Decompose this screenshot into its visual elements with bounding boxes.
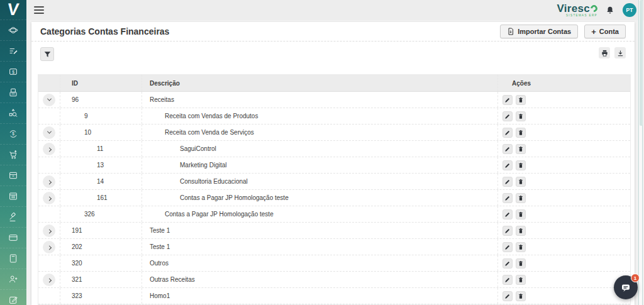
table-row: 13 Marketing Digital	[38, 157, 630, 174]
edit-button[interactable]	[502, 177, 513, 187]
pencil-icon	[504, 293, 511, 299]
expand-toggle-button[interactable]	[43, 274, 55, 286]
toggle-cell	[38, 206, 60, 222]
table-row: 321 Outras Receitas	[38, 272, 630, 288]
import-file-icon	[507, 28, 514, 35]
delete-button[interactable]	[516, 95, 526, 105]
row-actions	[498, 174, 630, 189]
delete-button[interactable]	[516, 209, 526, 219]
sidebar-item-cart[interactable]	[0, 144, 26, 165]
user-add-icon	[8, 274, 18, 284]
delete-button[interactable]	[516, 291, 526, 301]
sidebar-item-edit-square[interactable]	[0, 289, 26, 305]
sidebar-item-gavel[interactable]	[0, 206, 26, 227]
content-card: Categorias Contas Financeiras Importar C…	[31, 22, 635, 305]
delete-button[interactable]	[516, 226, 526, 236]
delete-button[interactable]	[516, 160, 526, 170]
sidebar-item-edit-list[interactable]	[0, 40, 26, 61]
delete-button[interactable]	[516, 128, 526, 138]
edit-button[interactable]	[502, 226, 513, 236]
expand-toggle-button[interactable]	[43, 225, 55, 237]
sidebar-item-money-sync[interactable]: $	[0, 123, 26, 144]
filter-button[interactable]	[40, 47, 54, 61]
collapse-toggle-button[interactable]	[43, 94, 55, 106]
table-row: 96 Receitas	[38, 92, 630, 108]
edit-button[interactable]	[502, 111, 513, 121]
pencil-icon	[504, 195, 511, 201]
edit-button[interactable]	[502, 291, 513, 301]
row-actions	[498, 108, 630, 124]
chevron-right-icon	[47, 196, 51, 201]
notification-bell-icon[interactable]	[606, 6, 614, 14]
edit-button[interactable]	[502, 128, 513, 138]
row-actions	[498, 206, 630, 222]
toggle-cell	[38, 223, 60, 238]
delete-button[interactable]	[516, 177, 526, 187]
edit-button[interactable]	[502, 144, 513, 154]
sidebar-item-receipt-printer[interactable]	[0, 82, 26, 103]
table-icon	[8, 191, 18, 201]
chat-launcher-button[interactable]: 1	[614, 275, 638, 299]
delete-button[interactable]	[516, 242, 526, 252]
header-toggle-col	[38, 75, 60, 91]
delete-button[interactable]	[516, 111, 526, 121]
pencil-icon	[504, 179, 511, 185]
title-row: Categorias Contas Financeiras Importar C…	[31, 22, 635, 42]
hamburger-menu-icon[interactable]	[34, 6, 44, 14]
sidebar-item-table[interactable]	[0, 186, 26, 206]
collapse-toggle-button[interactable]	[43, 126, 55, 139]
user-avatar[interactable]: PT	[623, 3, 636, 17]
row-id: 323	[60, 288, 142, 304]
svg-text:$: $	[12, 131, 14, 136]
row-actions	[498, 239, 630, 255]
sidebar-item-user-add[interactable]	[0, 269, 26, 289]
edit-button[interactable]	[502, 160, 513, 170]
edit-button[interactable]	[502, 209, 513, 219]
edit-square-icon	[8, 295, 18, 305]
sidebar-item-globe[interactable]	[0, 19, 26, 40]
app-logo[interactable]: V	[0, 0, 28, 19]
edit-button[interactable]	[502, 242, 513, 252]
expand-toggle-button[interactable]	[43, 143, 55, 155]
expand-toggle-button[interactable]	[43, 192, 55, 204]
row-description: Receita com Venda de Serviços	[142, 125, 498, 140]
table-row: 11 SaguiControl	[38, 141, 630, 157]
sidebar-item-dollar-box[interactable]: $	[0, 61, 26, 82]
download-button[interactable]	[614, 47, 626, 58]
delete-button[interactable]	[516, 258, 526, 269]
print-button[interactable]	[599, 47, 610, 58]
edit-button[interactable]	[502, 95, 513, 105]
delete-button[interactable]	[516, 144, 526, 154]
row-description: Receita com Vendas de Produtos	[142, 108, 498, 124]
delete-button[interactable]	[516, 193, 526, 203]
add-conta-button[interactable]: + Conta	[584, 25, 626, 38]
chevron-right-icon	[47, 245, 51, 250]
page-scrollbar[interactable]	[638, 0, 643, 305]
edit-button[interactable]	[502, 275, 513, 285]
expand-toggle-button[interactable]	[43, 175, 55, 188]
row-description: Outras Receitas	[142, 272, 498, 287]
toggle-cell	[38, 157, 60, 173]
edit-button[interactable]	[502, 193, 513, 203]
sidebar-item-org-search[interactable]	[0, 103, 26, 123]
pencil-icon	[504, 244, 511, 250]
row-description: Consultoria Educacional	[142, 174, 498, 189]
pencil-icon	[504, 146, 511, 152]
toggle-cell	[38, 239, 60, 255]
delete-button[interactable]	[516, 275, 526, 285]
sidebar-item-archive[interactable]	[0, 165, 26, 186]
import-contas-button[interactable]: Importar Contas	[500, 25, 578, 38]
sidebar-item-calculator[interactable]	[0, 248, 26, 269]
calculator-icon	[8, 253, 18, 263]
row-description: Teste 1	[142, 239, 498, 255]
chat-bubble-icon	[620, 282, 631, 293]
toggle-cell	[38, 190, 60, 206]
sidebar-item-card[interactable]	[0, 227, 26, 248]
chevron-right-icon	[47, 278, 51, 282]
edit-button[interactable]	[502, 258, 513, 269]
row-description: Marketing Digital	[142, 157, 498, 173]
expand-toggle-button[interactable]	[43, 241, 55, 253]
scrollbar-thumb[interactable]	[640, 0, 643, 126]
chevron-right-icon	[47, 180, 51, 184]
toggle-cell	[38, 141, 60, 157]
